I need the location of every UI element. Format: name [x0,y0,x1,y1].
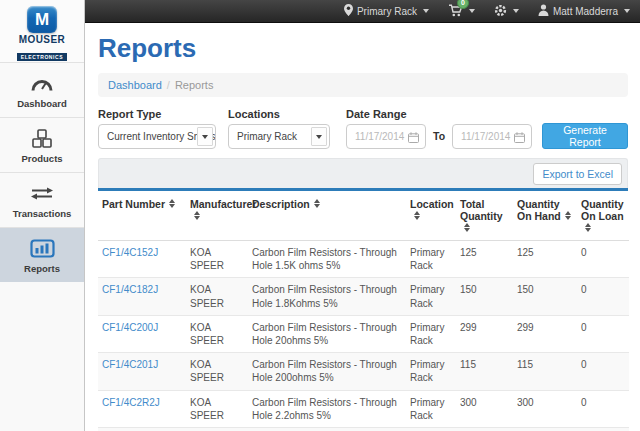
date-range-label: Date Range [346,108,426,120]
location-dropdown[interactable]: Primary Rack [344,4,429,18]
column-label: Location [410,198,454,210]
transactions-icon [0,182,84,205]
report-type-label: Report Type [98,108,216,120]
sort-icon [314,199,320,208]
sidebar-item-label: Transactions [0,208,84,219]
manufacturer-cell: KOA SPEER [186,390,248,427]
part-number-link[interactable]: CF1/4C2R2J [102,397,160,408]
date-to-value: 11/17/2014 [461,131,510,142]
location-cell: Primary Rack [406,390,456,427]
column-label: Part Number [102,198,165,210]
report-filters: Report Type Current Inventory Snapshot L… [98,108,628,149]
sort-icon [464,223,470,232]
description-cell: Carbon Film Resistors - Through Hole 3.3… [248,427,406,431]
cart-count-badge: 0 [457,0,469,9]
description-cell: Carbon Film Resistors - Through Hole 200… [248,353,406,390]
table-row: CF1/4C182J KOA SPEER Carbon Film Resisto… [98,278,629,315]
part-number-link[interactable]: CF1/4C201J [102,359,158,370]
description-cell: Carbon Film Resistors - Through Hole 20o… [248,315,406,352]
part-number-cell: CF1/4C182J [98,278,186,315]
chevron-down-icon [624,9,630,13]
products-icon [0,127,84,150]
logo-subname: ELECTRONICS [17,53,67,61]
column-label: Manufacturer [190,198,257,210]
calendar-icon [408,132,419,145]
locations-select[interactable]: Primary Rack [228,124,330,149]
chevron-down-icon [423,9,429,13]
sidebar-item-products[interactable]: Products [0,117,84,172]
report-type-select[interactable]: Current Inventory Snapshot [98,124,216,149]
description-cell: Carbon Film Resistors - Through Hole 1.5… [248,241,406,278]
user-icon [538,4,549,18]
part-number-link[interactable]: CF1/4C152J [102,247,158,258]
user-dropdown[interactable]: Matt Madderra [538,4,630,18]
quantity-on-hand-cell: 150 [513,278,577,315]
column-header-total-quantity[interactable]: Total Quantity [456,191,513,241]
topbar: Primary Rack 0 [85,0,640,23]
chevron-down-icon [513,9,519,13]
settings-dropdown[interactable] [494,4,519,19]
sidebar-item-transactions[interactable]: Transactions [0,172,84,227]
reports-icon [0,237,84,260]
quantity-on-hand-cell: 115 [513,353,577,390]
table-row: CF1/4C332J KOA SPEER Carbon Film Resisto… [98,427,629,431]
part-number-link[interactable]: CF1/4C182J [102,284,158,295]
quantity-on-loan-cell: 0 [577,427,629,431]
logo-name: MOUSER [0,35,84,45]
dashboard-icon [0,72,84,95]
part-number-cell: CF1/4C2R2J [98,390,186,427]
sort-icon [565,211,571,220]
sidebar: M MOUSER ELECTRONICS Dashboard Products [0,0,85,431]
column-label: Description [252,198,310,210]
part-number-cell: CF1/4C332J [98,427,186,431]
table-toolbar: Export to Excel [98,158,628,188]
select-arrow-icon [197,127,213,146]
page-title: Reports [98,33,628,64]
column-header-quantity-on-loan[interactable]: Quantity On Loan [577,191,629,241]
table-row: CF1/4C201J KOA SPEER Carbon Film Resisto… [98,353,629,390]
sidebar-item-label: Reports [0,263,84,274]
location-cell: Primary Rack [406,353,456,390]
part-number-cell: CF1/4C152J [98,241,186,278]
location-cell: Primary Rack [406,241,456,278]
location-cell: Primary Rack [406,315,456,352]
table-row: CF1/4C2R2J KOA SPEER Carbon Film Resisto… [98,390,629,427]
mouser-logo[interactable]: M MOUSER ELECTRONICS [0,0,84,62]
cart-dropdown[interactable]: 0 [448,4,475,19]
sidebar-item-dashboard[interactable]: Dashboard [0,62,84,117]
date-from-input[interactable]: 11/17/2014 [346,124,426,149]
report-panel: Export to Excel Part Number Manufacturer… [98,158,628,431]
column-header-quantity-on-hand[interactable]: Quantity On Hand [513,191,577,241]
date-range-to-label: To [433,130,445,142]
select-arrow-icon [311,127,327,146]
locations-label: Locations [228,108,330,120]
column-header-manufacturer[interactable]: Manufacturer [186,191,248,241]
gear-icon [494,4,507,19]
quantity-on-loan-cell: 0 [577,315,629,352]
breadcrumb-current: Reports [175,79,214,91]
location-cell: Primary Rack [406,427,456,431]
column-header-description[interactable]: Description [248,191,406,241]
column-header-location[interactable]: Location [406,191,456,241]
sort-icon [585,223,591,232]
generate-report-button[interactable]: Generate Report [542,123,628,149]
sidebar-item-label: Dashboard [0,98,84,109]
quantity-on-loan-cell: 0 [577,241,629,278]
total-quantity-cell: 115 [456,353,513,390]
date-to-input[interactable]: 11/17/2014 [452,124,532,149]
sort-icon [194,211,200,220]
quantity-on-hand-cell: 150 [513,427,577,431]
sort-icon [414,211,420,220]
part-number-link[interactable]: CF1/4C200J [102,322,158,333]
sort-icon [169,199,175,208]
quantity-on-loan-cell: 0 [577,278,629,315]
column-label: Quantity On Loan [581,198,624,222]
table-header-row: Part Number Manufacturer Description Loc… [98,191,629,241]
column-header-part-number[interactable]: Part Number [98,191,186,241]
sidebar-item-reports[interactable]: Reports [0,227,84,282]
quantity-on-hand-cell: 300 [513,390,577,427]
export-to-excel-button[interactable]: Export to Excel [533,163,622,185]
chevron-down-icon [469,9,475,13]
breadcrumb-dashboard-link[interactable]: Dashboard [108,79,162,91]
column-label: Total Quantity [460,198,503,222]
